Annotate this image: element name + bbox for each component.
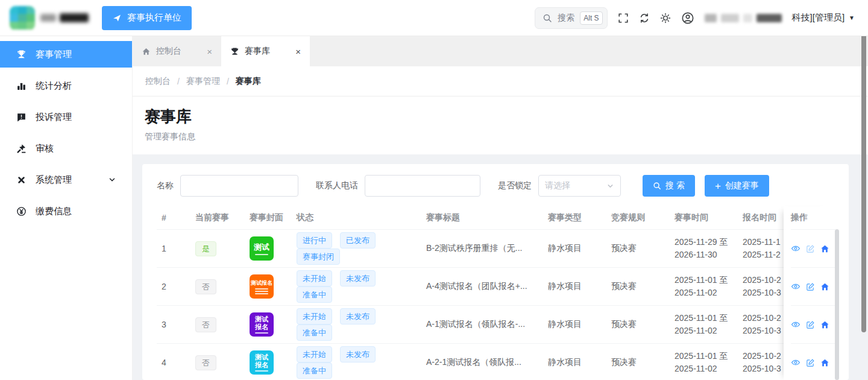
event-list-card: 名称 联系人电话 是否锁定 请选择 [142,164,849,380]
event-rule: 预决赛 [611,243,675,254]
gavel-icon [16,144,27,154]
status-tag: 准备中 [297,363,332,379]
org-unit-button[interactable]: 赛事执行单位 [102,6,192,30]
search-button-label: 搜 索 [665,180,685,191]
status-tag: 未开始 [297,308,332,325]
view-icon[interactable] [791,320,800,329]
breadcrumb-separator: / [227,77,229,86]
breadcrumb-item[interactable]: 赛事管理 [186,76,220,87]
table-header: # 当前赛事 赛事封面 状态 赛事标题 赛事类型 竞赛规则 赛事时间 报名时间 [157,206,834,229]
cover-subtext [255,254,268,255]
status-tag: 已发布 [340,232,376,249]
lock-label: 是否锁定 [498,180,532,191]
user-menu[interactable]: 科技][管理员] ▼ [792,12,855,24]
home-icon[interactable] [820,282,829,291]
create-event-button[interactable]: + 创建赛事 [705,175,769,197]
content-area: 控制台 × 赛事库 × 控制台 / 赛事管理 / 赛事库 赛事库 管理赛事信息 [133,36,868,380]
chevron-down-icon [108,176,116,184]
logo-text-redacted [40,13,89,22]
theme-icon[interactable] [660,13,671,24]
current-badge: 是 [195,241,216,256]
home-icon[interactable] [820,320,829,329]
phone-input[interactable] [365,175,480,197]
row-index: 4 [162,358,195,367]
event-type: 静水项目 [548,243,611,254]
col-status: 状态 [297,212,426,223]
view-icon[interactable] [791,358,800,367]
fullscreen-icon[interactable] [618,13,629,24]
cover-text: 测试报名 [251,279,272,287]
col-type: 赛事类型 [548,212,611,223]
top-bar: 赛事执行单位 搜索 Alt S 科技][管理员] ▼ [0,0,868,36]
table-row: 2 否 测试报名 未开始 未发布 准备中 [157,267,834,305]
home-icon[interactable] [820,244,829,253]
edit-icon[interactable] [806,320,815,329]
status-tag: 赛事封闭 [297,249,340,265]
logo[interactable] [10,6,89,30]
row-actions [791,267,835,305]
event-time: 2025-11-29 至2026-11-30 [675,236,743,261]
home-icon[interactable] [820,358,829,367]
event-cover: 测试报名 [250,274,274,299]
close-icon[interactable]: × [295,47,301,56]
close-icon[interactable]: × [207,47,212,56]
status-tag: 未发布 [340,346,376,363]
trophy-icon [16,49,27,60]
sidebar-item-complaints[interactable]: 投诉管理 [0,104,132,130]
event-title: A-2-1测试报名（领队报... [426,357,548,368]
row-index: 2 [162,282,195,291]
refresh-icon[interactable] [639,13,650,24]
sidebar: 赛事管理 统计分析 投诉管理 审核 系统管理 [0,36,133,380]
plus-icon: + [715,181,721,191]
payment-icon [16,206,27,217]
row-actions [791,229,835,267]
sidebar-item-payment[interactable]: 缴费信息 [0,198,132,224]
trophy-icon [230,47,239,56]
status-tag: 准备中 [297,325,332,341]
status-tag: 未发布 [340,308,376,325]
edit-icon[interactable] [806,244,815,253]
table-scrollbar-thumb[interactable] [835,229,839,380]
user-avatar-icon[interactable] [681,11,694,25]
search-shortcut: Alt S [580,11,602,25]
tab-console[interactable]: 控制台 × [133,36,221,66]
view-icon[interactable] [791,282,800,291]
name-label: 名称 [157,180,174,191]
sidebar-item-event-management[interactable]: 赛事管理 [0,41,132,68]
edit-icon[interactable] [806,282,815,291]
edit-icon[interactable] [806,358,815,367]
cover-text: 测试 报名 [255,315,268,331]
bar-chart-icon [16,81,27,91]
col-title: 赛事标题 [426,212,548,223]
name-input[interactable] [180,175,298,197]
sidebar-item-system[interactable]: 系统管理 [0,166,132,193]
table-row: 1 是 测试 进行中 已发布 赛事封闭 [157,229,834,267]
event-type: 静水项目 [548,319,611,330]
chevron-down-icon: ▼ [849,14,855,21]
sidebar-item-review[interactable]: 审核 [0,135,132,162]
col-operation: 操作 [791,206,835,229]
sidebar-item-label: 统计分析 [36,80,72,92]
create-button-label: 创建赛事 [725,180,759,191]
filter-name: 名称 [157,175,298,197]
lock-select[interactable]: 请选择 [538,175,621,197]
search-button[interactable]: 搜 索 [643,175,695,197]
global-search[interactable]: 搜索 Alt S [535,7,607,29]
event-cover: 测试 报名 [250,312,274,337]
sidebar-item-statistics[interactable]: 统计分析 [0,72,132,99]
event-type: 静水项目 [548,281,611,292]
breadcrumb-item[interactable]: 控制台 [145,76,171,87]
window-scrollbar-thumb[interactable] [861,4,866,332]
row-index: 3 [162,320,195,329]
breadcrumb-separator: / [177,77,180,86]
row-actions [791,305,835,343]
event-time: 2025-11-01 至2025-11-02 [675,350,743,375]
view-icon[interactable] [791,244,800,253]
tab-event-library[interactable]: 赛事库 × [221,36,310,66]
row-index: 1 [162,244,195,253]
chevron-down-icon [606,182,614,190]
phone-label: 联系人电话 [316,180,358,191]
status-tag: 未开始 [297,346,332,363]
user-text: 科技][管理员] [792,12,845,24]
cover-subtext [255,288,268,294]
